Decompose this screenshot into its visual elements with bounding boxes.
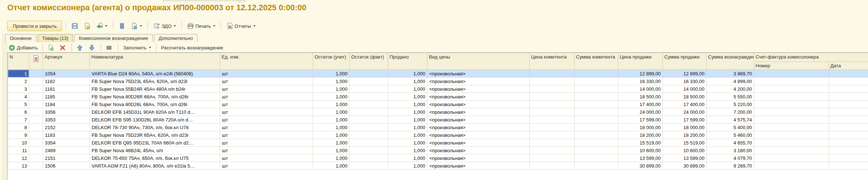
- reports-button[interactable]: Отчеты: [225, 21, 257, 31]
- cell-principal_price[interactable]: [530, 108, 575, 116]
- cell-invoice_number[interactable]: [754, 101, 829, 108]
- cell-sale_price[interactable]: 16 330,00: [618, 78, 663, 85]
- cell-sale_sum[interactable]: 18 500,00: [663, 93, 707, 101]
- cell-principal_sum[interactable]: [575, 85, 618, 93]
- table-row[interactable]: 131506VARTA AGM F21 (A6) 80Ач, 800A, о/п…: [8, 162, 868, 170]
- cell-price_kind[interactable]: <произвольная>: [427, 139, 530, 147]
- table-row[interactable]: 51184FB Super Nova 80D26L 68Ач, 700A, о/…: [8, 101, 868, 108]
- cell-sku[interactable]: 1183: [43, 131, 90, 139]
- cell-n[interactable]: 13: [8, 162, 29, 170]
- cell-sale_price[interactable]: 30 899,00: [618, 162, 663, 170]
- cell-name[interactable]: DELKOR 78-730 90Ач, 730A, п/п, бок.кл U7…: [90, 124, 220, 131]
- cell-unit[interactable]: шт: [220, 116, 313, 124]
- tab-commission[interactable]: Комиссионное вознаграждение: [74, 34, 153, 42]
- cell-stock_fact[interactable]: [350, 85, 388, 93]
- cell-sale_price[interactable]: 24 000,00: [618, 108, 663, 116]
- cell-marker[interactable]: [29, 131, 43, 139]
- table-row[interactable]: 103354DELKOR EFB Q85 95D23L 70Ah 660A о/…: [8, 139, 868, 147]
- cell-marker[interactable]: [29, 124, 43, 131]
- cell-sold[interactable]: 1,000: [388, 124, 427, 131]
- cell-sale_price[interactable]: 13 599,00: [618, 154, 663, 162]
- cell-price_kind[interactable]: <произвольная>: [427, 108, 530, 116]
- cell-sku[interactable]: 3353: [43, 116, 90, 124]
- cell-principal_sum[interactable]: [575, 78, 618, 85]
- col-header-fee-sum[interactable]: Сумма вознаграждения: [707, 53, 754, 70]
- cell-sku[interactable]: 1054: [43, 70, 90, 78]
- cell-name[interactable]: DELKOR 75-650 75Ач, 650A, п/п, бок.кл U7…: [90, 154, 220, 162]
- cell-stock_fact[interactable]: [350, 139, 388, 147]
- cell-price_kind[interactable]: <произвольная>: [427, 101, 530, 108]
- col-header-invoice-number[interactable]: Номер: [754, 62, 829, 70]
- cell-principal_price[interactable]: [530, 139, 575, 147]
- cell-sold[interactable]: 1,000: [388, 162, 427, 170]
- cell-sku[interactable]: 1506: [43, 162, 90, 170]
- cell-fee_sum[interactable]: 4 079,70: [707, 154, 754, 162]
- col-header-sale-price[interactable]: Цена продажи: [618, 53, 663, 70]
- cell-sku[interactable]: 2151: [43, 154, 90, 162]
- col-header-sold[interactable]: Продано: [388, 53, 427, 70]
- cell-price_kind[interactable]: <произвольная>: [427, 131, 530, 139]
- cell-principal_price[interactable]: [530, 147, 575, 154]
- cell-stock_fact[interactable]: [350, 124, 388, 131]
- cell-sold[interactable]: 1,000: [388, 131, 427, 139]
- cell-sku[interactable]: 2152: [43, 124, 90, 131]
- cell-price_kind[interactable]: <произвольная>: [427, 93, 530, 101]
- cell-stock_acc[interactable]: 1,000: [313, 147, 350, 154]
- cell-invoice_date[interactable]: [829, 124, 868, 131]
- cell-price_kind[interactable]: <произвольная>: [427, 116, 530, 124]
- table-row[interactable]: 11054VARTA Blue D24 60Ач, 540A, о/п e24l…: [8, 70, 868, 78]
- cell-stock_acc[interactable]: 1,000: [313, 108, 350, 116]
- cell-name[interactable]: DELKOR EFB S95 130D26L 80Ah 720A о/п d…: [90, 116, 220, 124]
- cell-marker[interactable]: [29, 154, 43, 162]
- cell-stock_acc[interactable]: 1,000: [313, 131, 350, 139]
- save-button[interactable]: [70, 21, 80, 31]
- document-movements-button[interactable]: [117, 21, 127, 31]
- cell-sale_sum[interactable]: 10 600,00: [663, 147, 707, 154]
- cell-principal_price[interactable]: [530, 85, 575, 93]
- cell-stock_acc[interactable]: 1,000: [313, 70, 350, 78]
- cell-invoice_date[interactable]: [829, 116, 868, 124]
- cell-sku[interactable]: 1184: [43, 101, 90, 108]
- cell-name[interactable]: VARTA Blue D24 60Ач, 540A, о/п e24l (560…: [90, 70, 220, 78]
- move-up-button[interactable]: [75, 43, 85, 52]
- cell-sku[interactable]: 2489: [43, 147, 90, 154]
- cell-principal_sum[interactable]: [575, 147, 618, 154]
- cell-principal_sum[interactable]: [575, 124, 618, 131]
- cell-invoice_number[interactable]: [754, 162, 829, 170]
- col-header-sale-sum[interactable]: Сумма продажи: [663, 53, 707, 70]
- col-header-unit[interactable]: Ед. изм.: [220, 53, 313, 70]
- cell-name[interactable]: FB Super Nova 75D23R 65Ач, 620A, п/п d23…: [90, 131, 220, 139]
- cell-invoice_date[interactable]: [829, 147, 868, 154]
- table-row[interactable]: 82152DELKOR 78-730 90Ач, 730A, п/п, бок.…: [8, 124, 868, 131]
- cell-sale_sum[interactable]: 17 400,00: [663, 101, 707, 108]
- cell-invoice_number[interactable]: [754, 70, 829, 78]
- col-header-marker[interactable]: [29, 53, 43, 70]
- cell-name[interactable]: FB Super Nova 80D26R 68Ач, 700A, п/п d26…: [90, 93, 220, 101]
- calculate-fee-button[interactable]: Рассчитать вознаграждение: [160, 43, 224, 52]
- cell-sold[interactable]: 1,000: [388, 101, 427, 108]
- cell-invoice_date[interactable]: [829, 162, 868, 170]
- fill-button[interactable]: Заполнить: [122, 43, 153, 52]
- cell-sale_sum[interactable]: 30 899,00: [663, 162, 707, 170]
- cell-n[interactable]: 5: [8, 101, 29, 108]
- cell-marker[interactable]: [29, 101, 43, 108]
- cell-n[interactable]: 4: [8, 93, 29, 101]
- cell-invoice_number[interactable]: [754, 147, 829, 154]
- cell-price_kind[interactable]: <произвольная>: [427, 70, 530, 78]
- cell-stock_fact[interactable]: [350, 116, 388, 124]
- cell-unit[interactable]: шт: [220, 85, 313, 93]
- cell-invoice_date[interactable]: [829, 70, 868, 78]
- cell-marker[interactable]: [29, 70, 43, 78]
- cell-price_kind[interactable]: <произвольная>: [427, 124, 530, 131]
- cell-sale_price[interactable]: 17 599,00: [618, 116, 663, 124]
- print-button[interactable]: Печать: [185, 21, 217, 31]
- cell-principal_price[interactable]: [530, 70, 575, 78]
- col-header-n[interactable]: N: [8, 53, 29, 70]
- cell-sold[interactable]: 1,000: [388, 70, 427, 78]
- table-row[interactable]: 122151DELKOR 75-650 75Ач, 650A, п/п, бок…: [8, 154, 868, 162]
- cell-name[interactable]: FB Super Nova 55B24R 45Ач 480A п/п b24r: [90, 85, 220, 93]
- cell-sale_sum[interactable]: 15 519,00: [663, 139, 707, 147]
- cell-price_kind[interactable]: <произвольная>: [427, 85, 530, 93]
- cell-stock_fact[interactable]: [350, 154, 388, 162]
- col-header-principal-price[interactable]: Цена комитента: [530, 53, 575, 70]
